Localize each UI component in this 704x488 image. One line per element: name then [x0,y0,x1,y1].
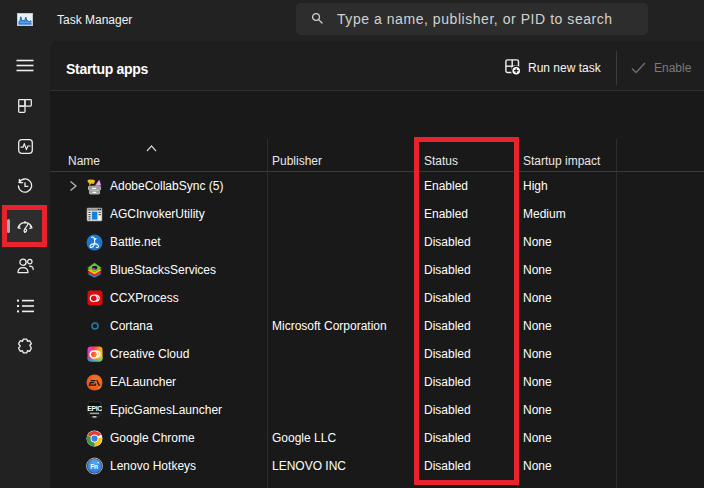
svg-text:Fn: Fn [90,463,98,470]
svg-text:EPIC: EPIC [87,405,102,412]
